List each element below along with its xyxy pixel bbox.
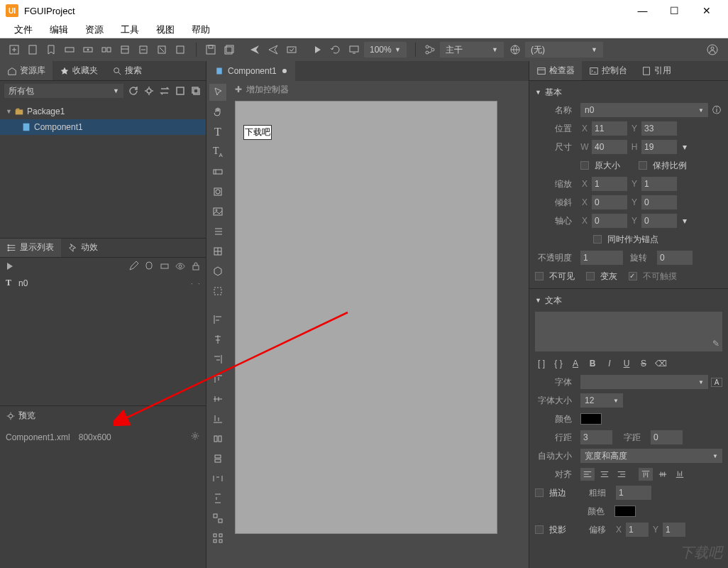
font-browse-icon[interactable]: A (711, 378, 722, 387)
same-height-tool[interactable] (209, 450, 226, 467)
fontsize-select[interactable]: 12▼ (580, 393, 623, 408)
menu-file[interactable]: 文件 (6, 23, 41, 36)
scale-x-input[interactable] (592, 177, 627, 191)
user-button[interactable] (704, 41, 721, 58)
grayed-checkbox[interactable] (586, 272, 595, 280)
stroke-color-swatch[interactable] (614, 506, 636, 517)
dist-v-tool[interactable] (209, 490, 226, 507)
tab-search[interactable]: 搜索 (105, 61, 149, 80)
untouchable-checkbox[interactable] (629, 272, 637, 280)
package-filter[interactable]: 所有包▼ (4, 84, 123, 98)
clear-fmt-icon[interactable]: ⌫ (654, 357, 667, 370)
list-tool[interactable] (209, 223, 226, 240)
halign-right-icon[interactable] (614, 468, 629, 481)
align-bottom-tool[interactable] (209, 410, 226, 427)
refresh-button[interactable] (327, 41, 344, 58)
lang-select[interactable]: (无)▼ (525, 42, 603, 58)
tab-display-list[interactable]: 显示列表 (0, 239, 61, 257)
invisible-checkbox[interactable] (535, 272, 544, 280)
btn5[interactable] (135, 41, 152, 58)
orig-size-checkbox[interactable] (580, 161, 589, 170)
text-edit-icon[interactable]: ✎ (712, 339, 719, 349)
locate-icon[interactable] (143, 85, 155, 97)
halign-left-icon[interactable] (580, 468, 595, 481)
align-left-tool[interactable] (209, 311, 226, 328)
text-content-input[interactable]: ✎ (535, 312, 722, 351)
lock-icon[interactable] (190, 261, 202, 272)
tab-inspector[interactable]: 检查器 (529, 61, 582, 80)
section-basic[interactable]: ▼基本 (535, 84, 722, 101)
publish3-button[interactable] (283, 41, 300, 58)
btn1[interactable] (61, 41, 78, 58)
same-size-tool[interactable] (209, 510, 226, 527)
rotation-input[interactable] (657, 251, 693, 265)
skew-x-input[interactable] (592, 195, 627, 209)
menu-tool[interactable]: 工具 (112, 23, 148, 36)
stroke-width-input[interactable] (616, 486, 651, 500)
shadow-y-input[interactable] (663, 523, 685, 537)
pivot-x-input[interactable] (592, 214, 627, 228)
size-h-input[interactable] (641, 140, 677, 154)
refresh-lib-icon[interactable] (128, 85, 139, 97)
edit-icon[interactable] (128, 261, 139, 272)
autosize-select[interactable]: 宽度和高度▼ (580, 449, 722, 463)
strike-icon[interactable]: S (637, 357, 650, 370)
copy-icon[interactable] (190, 85, 202, 97)
canvas[interactable]: 下载吧 (229, 98, 529, 568)
text-tool[interactable]: T (209, 124, 226, 141)
italic-icon[interactable]: I (603, 357, 616, 370)
bracket1-icon[interactable]: [ ] (535, 357, 548, 370)
stroke-checkbox[interactable] (535, 488, 544, 497)
mask-icon[interactable] (143, 261, 155, 272)
save-button[interactable] (202, 41, 219, 58)
monitor-button[interactable] (346, 41, 363, 58)
richtext-tool[interactable]: TA (209, 143, 226, 160)
add-controller-icon[interactable]: ✚ (235, 84, 242, 94)
new-button[interactable] (6, 41, 23, 58)
pos-y-input[interactable] (641, 121, 677, 136)
menu-resource[interactable]: 资源 (77, 23, 112, 36)
tab-favorites[interactable]: 收藏夹 (53, 61, 105, 80)
bookmark-button[interactable] (43, 41, 60, 58)
tab-refs[interactable]: 引用 (634, 61, 678, 80)
input-tool[interactable] (209, 163, 226, 180)
keep-ratio-checkbox[interactable] (639, 161, 647, 170)
align-hcenter-tool[interactable] (209, 331, 226, 348)
artboard[interactable]: 下载吧 (235, 101, 497, 534)
tab-library[interactable]: 资源库 (0, 61, 53, 80)
branch-icon[interactable] (421, 41, 439, 58)
pivot-y-input[interactable] (641, 214, 677, 228)
letterspace-input[interactable] (651, 430, 683, 444)
bold-icon[interactable]: B (586, 357, 599, 370)
linespace-input[interactable] (580, 430, 612, 444)
preview-settings-icon[interactable] (190, 431, 200, 443)
dist-h-tool[interactable] (209, 470, 226, 487)
tab-effects[interactable]: 动效 (61, 239, 105, 257)
valign-top-icon[interactable] (639, 468, 653, 481)
btn2[interactable] (79, 41, 96, 58)
hand-tool[interactable] (209, 104, 226, 121)
halign-center-icon[interactable] (597, 468, 612, 481)
rect-icon[interactable] (159, 261, 170, 272)
shadow-checkbox[interactable] (535, 525, 544, 534)
anchor-checkbox[interactable] (593, 235, 602, 244)
save-all-button[interactable] (221, 41, 238, 58)
btn3[interactable] (98, 41, 115, 58)
tab-console[interactable]: 控制台 (582, 61, 634, 80)
graph-tool[interactable] (209, 183, 226, 200)
valign-middle-icon[interactable] (656, 468, 670, 481)
size-w-input[interactable] (592, 140, 627, 154)
group-tool[interactable] (209, 283, 226, 300)
lang-icon[interactable] (507, 41, 524, 58)
font-a-icon[interactable]: A (569, 357, 582, 370)
eye-icon[interactable] (175, 261, 186, 272)
grid-tool[interactable] (209, 530, 226, 547)
tree-component[interactable]: Component1 (0, 119, 206, 135)
scale-y-input[interactable] (641, 177, 677, 191)
minimize-button[interactable]: — (627, 0, 658, 21)
size-more-icon[interactable]: ▾ (680, 142, 690, 152)
pivot-more-icon[interactable]: ▾ (680, 216, 690, 226)
loader-tool[interactable] (209, 243, 226, 260)
menu-edit[interactable]: 编辑 (41, 23, 77, 36)
document-tab[interactable]: Component1 (206, 61, 295, 81)
